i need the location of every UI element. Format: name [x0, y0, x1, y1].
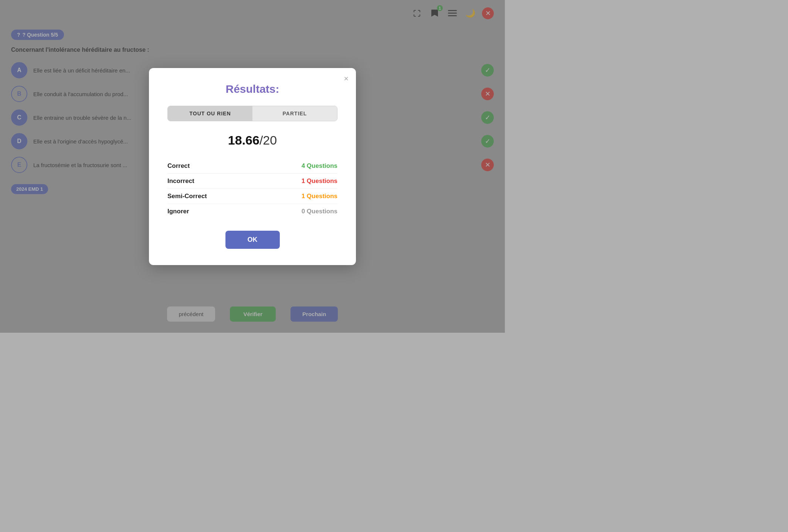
stat-semi-correct: Semi-Correct 1 Questions [167, 189, 337, 204]
modal-backdrop: × Résultats: TOUT OU RIEN PARTIEL 18.66/… [0, 0, 505, 333]
modal-title: Résultats: [167, 83, 337, 95]
score-value: 18.66 [228, 133, 259, 147]
tab-tout-ou-rien[interactable]: TOUT OU RIEN [168, 106, 252, 121]
stat-ignorer-value: 0 Questions [302, 208, 337, 215]
results-modal: × Résultats: TOUT OU RIEN PARTIEL 18.66/… [149, 68, 356, 265]
stat-incorrect: Incorrect 1 Questions [167, 174, 337, 189]
stat-semi-correct-value: 1 Questions [302, 193, 337, 200]
stat-ignorer: Ignorer 0 Questions [167, 204, 337, 219]
modal-tabs: TOUT OU RIEN PARTIEL [167, 106, 337, 121]
ok-button[interactable]: OK [225, 231, 280, 249]
modal-close-button[interactable]: × [344, 74, 349, 84]
score-denom: /20 [259, 133, 277, 147]
stat-ignorer-label: Ignorer [167, 208, 189, 215]
stat-incorrect-label: Incorrect [167, 177, 194, 185]
modal-stats: Correct 4 Questions Incorrect 1 Question… [167, 159, 337, 219]
stat-correct-label: Correct [167, 162, 190, 170]
stat-semi-correct-label: Semi-Correct [167, 193, 207, 200]
stat-incorrect-value: 1 Questions [302, 177, 337, 185]
tab-partiel[interactable]: PARTIEL [252, 106, 337, 121]
modal-score: 18.66/20 [167, 133, 337, 148]
stat-correct: Correct 4 Questions [167, 159, 337, 174]
stat-correct-value: 4 Questions [302, 162, 337, 170]
